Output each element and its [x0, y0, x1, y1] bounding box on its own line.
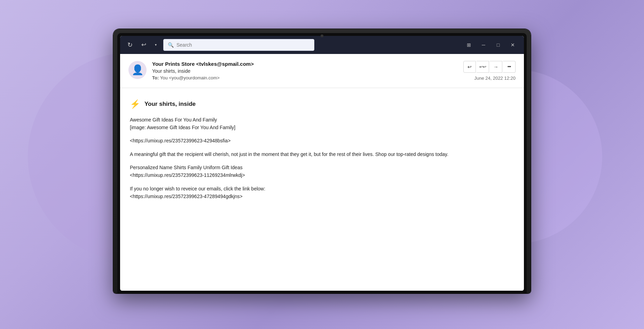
to-label: To: — [152, 75, 160, 80]
to-address: You <you@yourdomain.com> — [160, 75, 220, 80]
lightning-icon: ⚡ — [130, 99, 140, 109]
back-icon: ↩ — [141, 41, 146, 48]
search-icon: 🔍 — [168, 42, 174, 48]
title-bar: ↻ ↩ ▾ 🔍 ⊞ — [120, 36, 524, 54]
screen-bezel: ↻ ↩ ▾ 🔍 ⊞ — [117, 33, 527, 293]
email-date: June 24, 2022 12:20 — [474, 76, 516, 81]
email-header-left: 👤 Your Prints Store <tvlskes@spmail.com>… — [128, 61, 254, 80]
refresh-button[interactable]: ↻ — [124, 39, 135, 50]
email-line1: Awesome Gift Ideas For You And Family [i… — [130, 116, 514, 132]
window-controls: ⊞ ─ □ ✕ — [462, 39, 520, 50]
email-to: To: You <you@yourdomain.com> — [152, 75, 254, 80]
more-actions-button[interactable]: ••• — [503, 61, 516, 73]
email-body-title: Your shirts, inside — [144, 101, 196, 108]
unsubscribe-text: If you no longer wish to reveice our ema… — [130, 186, 265, 191]
minimize-button[interactable]: ─ — [477, 39, 490, 50]
email-unsubscribe: If you no longer wish to reveice our ema… — [130, 185, 514, 201]
email-subject: Your shirts, inside — [152, 68, 254, 74]
grid-icon: ⊞ — [467, 42, 471, 48]
chevron-down-icon: ▾ — [155, 43, 157, 47]
email-title-row: ⚡ Your shirts, inside — [130, 99, 514, 109]
more-icon: ••• — [508, 64, 511, 69]
grid-view-button[interactable]: ⊞ — [462, 39, 476, 50]
dropdown-button[interactable]: ▾ — [152, 39, 159, 50]
line1-text: Awesome Gift Ideas For You And Family — [130, 117, 217, 123]
search-bar[interactable]: 🔍 — [163, 39, 314, 51]
email-from: Your Prints Store <tvlskes@spmail.com> — [152, 61, 254, 67]
link2-text[interactable]: <https://umixup.res/23572399623-11269234… — [130, 172, 245, 178]
laptop-outer: ↻ ↩ ▾ 🔍 ⊞ — [113, 29, 531, 293]
reply-icon: ↩ — [468, 64, 472, 70]
email-header-right: ↩ ↩↩ → ••• — [463, 61, 516, 81]
back-button[interactable]: ↩ — [138, 39, 149, 50]
close-icon: ✕ — [511, 42, 515, 48]
email-link1[interactable]: <https://umixup.res/23572399623-42948bsf… — [130, 137, 514, 144]
email-paragraph1: A meaningful gift that the recipient wil… — [130, 150, 514, 158]
reply-all-button[interactable]: ↩↩ — [477, 61, 489, 73]
forward-button[interactable]: → — [490, 61, 502, 73]
email-area: 👤 Your Prints Store <tvlskes@spmail.com>… — [120, 54, 524, 291]
email-meta: Your Prints Store <tvlskes@spmail.com> Y… — [152, 61, 254, 80]
line3-text: Personalized Name Shirts Family Uniform … — [130, 165, 243, 170]
email-header: 👤 Your Prints Store <tvlskes@spmail.com>… — [120, 54, 524, 88]
search-input[interactable] — [176, 42, 310, 48]
email-body: ⚡ Your shirts, inside Awesome Gift Ideas… — [120, 88, 524, 291]
email-line3: Personalized Name Shirts Family Uniform … — [130, 164, 514, 179]
maximize-icon: □ — [497, 42, 500, 48]
email-actions: ↩ ↩↩ → ••• — [463, 61, 516, 73]
minimize-icon: ─ — [482, 42, 485, 48]
refresh-icon: ↻ — [127, 41, 133, 49]
avatar: 👤 — [128, 61, 147, 79]
laptop-screen: ↻ ↩ ▾ 🔍 ⊞ — [120, 36, 524, 291]
reply-button[interactable]: ↩ — [463, 61, 476, 73]
maximize-button[interactable]: □ — [491, 39, 505, 50]
avatar-icon: 👤 — [132, 64, 144, 76]
line2-text: [image: Awesome Gift Ideas For You And F… — [130, 125, 235, 130]
forward-icon: → — [494, 64, 498, 70]
close-button[interactable]: ✕ — [506, 39, 520, 50]
camera-notch — [321, 34, 323, 37]
link3-text[interactable]: <https://umixup.res/23572399623-47289494… — [130, 194, 243, 199]
laptop-wrapper: ↻ ↩ ▾ 🔍 ⊞ — [113, 29, 531, 300]
reply-all-icon: ↩↩ — [479, 64, 486, 69]
